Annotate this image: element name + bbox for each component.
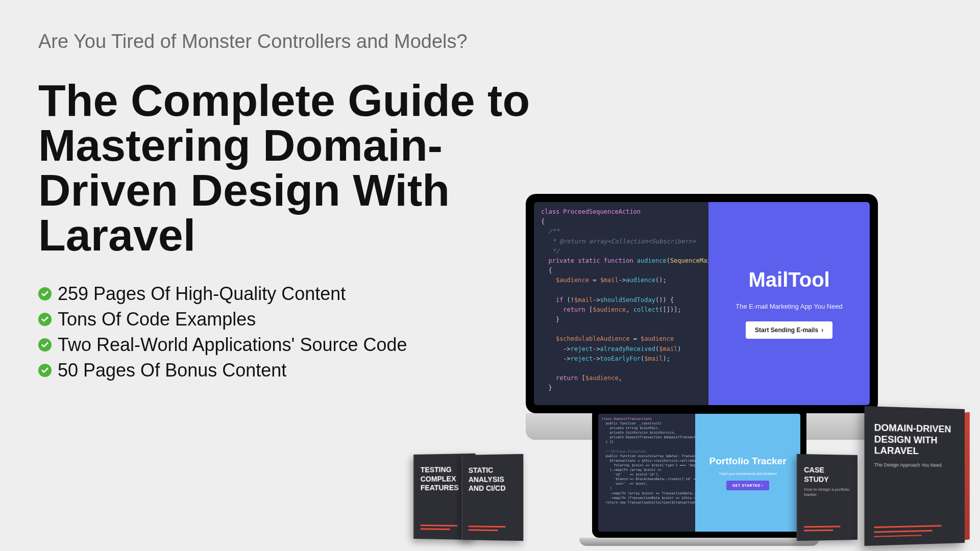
macbook-screen: class DepositTransactions public functio…	[592, 408, 806, 538]
main-book: DOMAIN-DRIVEN DESIGN WITH LARAVEL The De…	[864, 406, 965, 546]
macbook-mockup: class DepositTransactions public functio…	[592, 408, 806, 546]
book-accent-lines	[874, 525, 942, 537]
macbook-base	[579, 538, 819, 546]
book-accent-lines	[804, 525, 840, 533]
feature-text: Two Real-World Applications' Source Code	[58, 334, 407, 356]
feature-text: 259 Pages Of High-Quality Content	[58, 283, 346, 305]
portfolio-app-preview: Portfolio Tracker Track your investments…	[695, 414, 800, 532]
mailtool-cta-button: Start Sending E-mails ›	[746, 321, 832, 339]
bonus-book-case-study: CASE STUDY How to design a portfolio tra…	[797, 454, 857, 541]
chevron-right-icon: ›	[821, 327, 823, 334]
book-title: CASE STUDY	[804, 466, 850, 484]
check-icon	[38, 364, 52, 377]
check-icon	[38, 338, 52, 352]
portfolio-cta-button: GET STARTED ›	[726, 481, 769, 490]
mailtool-logo: MailTool	[748, 268, 829, 291]
hero-subtitle: Are You Tired of Monster Controllers and…	[38, 31, 942, 53]
feature-text: Tons Of Code Examples	[58, 309, 256, 330]
code-sample-macbook: class DepositTransactions public functio…	[598, 414, 695, 532]
imac-screen: class ProceedSequenceAction { /** * @ret…	[526, 194, 878, 413]
book-accent-lines	[469, 525, 505, 533]
book-subtitle: The Design Approach You Need	[874, 462, 956, 468]
feature-text: 50 Pages Of Bonus Content	[58, 360, 286, 381]
mailtool-tagline: The E-mail Marketing App You Need	[736, 303, 843, 310]
portfolio-tagline: Track your investments and dividend	[719, 472, 777, 475]
bonus-book-static-analysis: STATIC ANALYSIS AND CI/CD	[461, 454, 523, 541]
check-icon	[38, 287, 52, 300]
book-title: DOMAIN-DRIVEN DESIGN WITH LARAVEL	[874, 422, 956, 458]
check-icon	[38, 313, 52, 326]
mailtool-app-preview: MailTool The E-mail Marketing App You Ne…	[708, 202, 870, 405]
book-title: TESTING COMPLEX FEATURES	[421, 465, 468, 493]
book-accent-lines	[421, 524, 457, 532]
code-sample-imac: class ProceedSequenceAction { /** * @ret…	[534, 202, 708, 405]
book-title: STATIC ANALYSIS AND CI/CD	[469, 466, 516, 493]
portfolio-logo: Portfolio Tracker	[709, 456, 787, 467]
product-mockup: class ProceedSequenceAction { /** * @ret…	[413, 194, 965, 551]
book-subtitle: How to design a portfolio tracker	[804, 487, 850, 497]
